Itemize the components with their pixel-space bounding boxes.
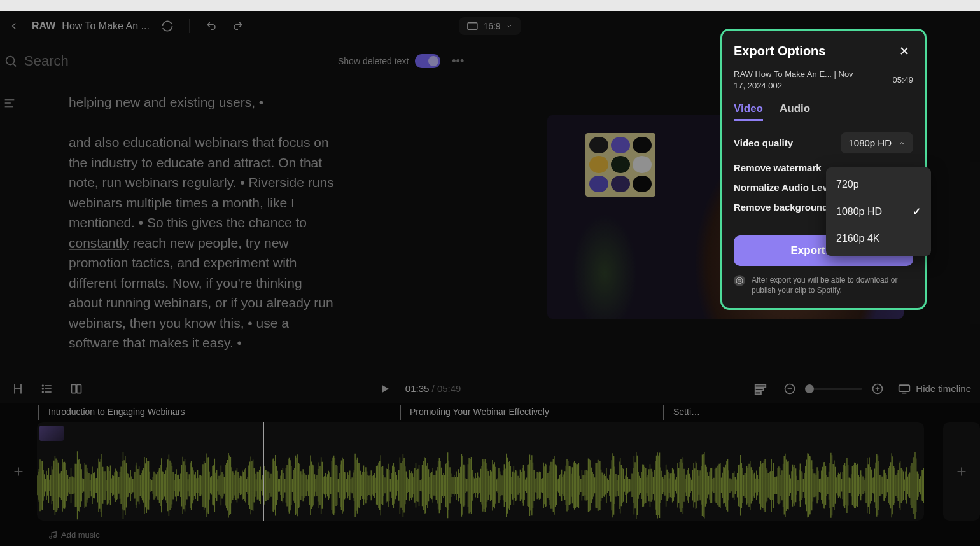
export-title: Export Options xyxy=(734,44,825,59)
normalize-audio-label: Normalize Audio Lev xyxy=(734,182,828,193)
vq-option-1080[interactable]: 1080p HD xyxy=(826,198,931,225)
close-icon[interactable] xyxy=(895,42,913,60)
vq-option-2160[interactable]: 2160p 4K xyxy=(826,225,931,252)
export-duration: 05:49 xyxy=(892,74,913,86)
export-footer-text: After export you will be able to downloa… xyxy=(752,275,913,295)
export-filename: RAW How To Make An E... | Nov 17, 2024 0… xyxy=(734,69,861,91)
remove-background-label: Remove background xyxy=(734,202,828,213)
spotify-icon xyxy=(734,275,745,286)
tab-audio[interactable]: Audio xyxy=(780,102,810,121)
video-quality-select[interactable]: 1080p HD xyxy=(841,132,913,153)
export-tabs: Video Audio xyxy=(734,102,913,121)
video-quality-dropdown: 720p 1080p HD 2160p 4K xyxy=(826,167,931,256)
vq-option-720[interactable]: 720p xyxy=(826,171,931,198)
video-quality-value: 1080p HD xyxy=(848,137,892,148)
video-quality-label: Video quality xyxy=(734,137,793,148)
chevron-up-icon xyxy=(898,139,906,147)
tab-video[interactable]: Video xyxy=(734,102,763,121)
svg-point-36 xyxy=(736,277,743,284)
remove-watermark-label: Remove watermark xyxy=(734,162,822,173)
export-options-panel: Export Options RAW How To Make An E... |… xyxy=(720,29,927,310)
